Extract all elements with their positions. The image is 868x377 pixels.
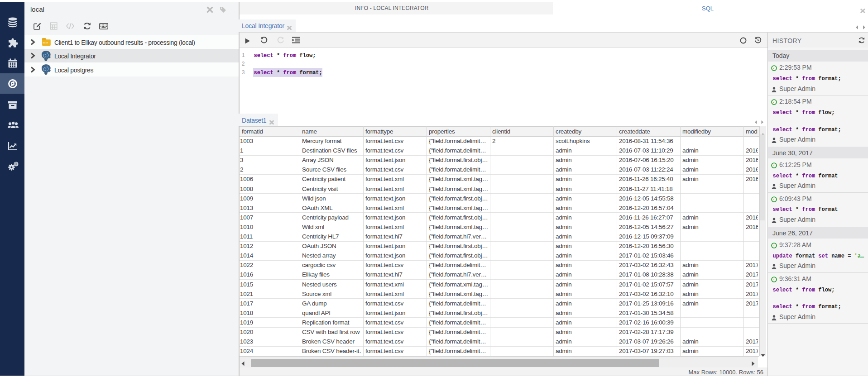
- svg-text:file:///: file:///: [43, 42, 48, 44]
